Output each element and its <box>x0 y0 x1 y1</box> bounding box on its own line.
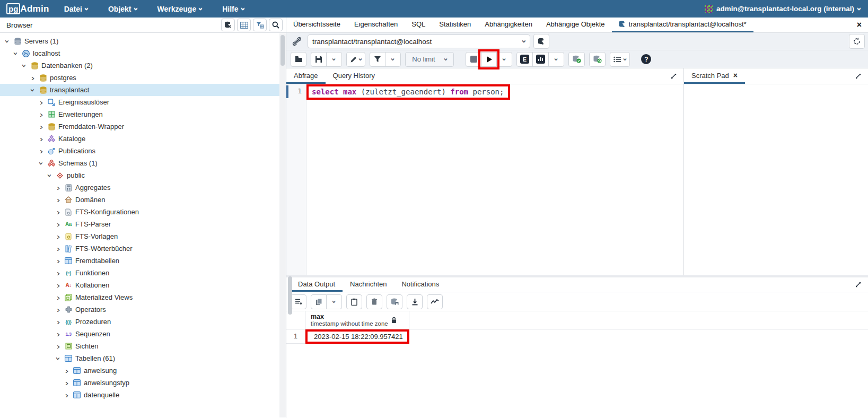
tree-item-kollationen[interactable]: ›A↓Kollationen <box>0 279 286 291</box>
tree-item-fremdtabellen[interactable]: ›Fremdtabellen <box>0 255 286 267</box>
chevron-right-icon[interactable]: › <box>37 136 46 142</box>
tree-item-localhost[interactable]: ›localhost <box>0 47 286 59</box>
menu-objekt[interactable]: Objekt› <box>108 5 137 13</box>
chevron-right-icon[interactable]: › <box>54 283 63 288</box>
macros-button[interactable]: › <box>610 52 630 67</box>
tree-item-fts-konfigurationen[interactable]: ›FTS-Konfigurationen <box>0 206 286 218</box>
tree-item-anweisungstyp[interactable]: ›anweisungstyp <box>0 377 286 389</box>
new-connection-button[interactable] <box>533 34 549 49</box>
chevron-right-icon[interactable]: › <box>54 344 63 349</box>
tab-bersichtsseite[interactable]: Übersichtsseite <box>286 18 347 32</box>
tree-item-schemas-1[interactable]: ›Schemas (1) <box>0 157 286 169</box>
tree-item-sichten[interactable]: ›Sichten <box>0 340 286 352</box>
help-button[interactable]: ? <box>637 52 655 67</box>
tree-item-ereignisausl-ser[interactable]: ›Ereignisauslöser <box>0 96 286 108</box>
column-header-max[interactable]: max timestamp without time zone <box>305 311 409 329</box>
save-button[interactable] <box>311 52 327 67</box>
chevron-right-icon[interactable]: › <box>63 380 72 386</box>
tab-data-output[interactable]: Data Output <box>291 277 343 292</box>
tree-item-aggregates[interactable]: ›Aggregates <box>0 181 286 194</box>
tree-item-anweisung[interactable]: ›anweisung <box>0 364 286 377</box>
add-row-button[interactable] <box>291 294 306 309</box>
delete-row-button[interactable] <box>366 294 382 309</box>
tab-messages[interactable]: Nachrichten <box>343 277 394 292</box>
chevron-right-icon[interactable]: › <box>54 307 63 312</box>
chevron-right-icon[interactable]: › <box>54 185 63 190</box>
tab-notifications[interactable]: Notifications <box>394 277 446 292</box>
chevron-down-icon[interactable]: › <box>30 85 36 94</box>
menu-werkzeuge[interactable]: Werkzeuge› <box>157 5 203 13</box>
save-dropdown[interactable]: › <box>326 52 342 67</box>
execute-dropdown[interactable]: › <box>496 52 512 67</box>
chevron-right-icon[interactable]: › <box>63 368 72 373</box>
chevron-right-icon[interactable]: › <box>54 197 63 203</box>
chevron-right-icon[interactable]: › <box>37 100 46 105</box>
result-cell-highlighted[interactable]: 2023-02-15 18:22:09.957421 <box>305 329 409 344</box>
sql-editor[interactable]: 1 select max (zuletzt_geaendert) from pe… <box>286 84 683 275</box>
tab-eigenschaften[interactable]: Eigenschaften <box>347 18 405 32</box>
open-file-button[interactable] <box>291 52 306 67</box>
filter-grid-button[interactable] <box>253 19 267 31</box>
tree-item-fremddaten-wrapper[interactable]: ›Fremddaten-Wrapper <box>0 120 286 133</box>
copy-button[interactable] <box>311 294 327 309</box>
chevron-right-icon[interactable]: › <box>63 393 72 398</box>
explain-dropdown[interactable]: › <box>548 52 564 67</box>
tree-item-prozeduren[interactable]: ›{()}Prozeduren <box>0 316 286 328</box>
tree-item-servers-1[interactable]: ›Servers (1) <box>0 35 286 47</box>
tree-item-dom-nen[interactable]: ›Domänen <box>0 194 286 206</box>
filter-dropdown[interactable]: › <box>385 52 401 67</box>
tree-item-fts-vorlagen[interactable]: ›FTS-Vorlagen <box>0 230 286 242</box>
tab-transplantact-transplantact-localhost[interactable]: transplantact/transplantact@localhost* <box>612 18 753 32</box>
panel-scrollbar-thumb[interactable] <box>288 276 292 315</box>
copy-dropdown[interactable]: › <box>326 294 342 309</box>
tree-item-datenbanken-2[interactable]: ›Datenbanken (2) <box>0 59 286 72</box>
sql-query-highlighted[interactable]: select max (zuletzt_geaendert) from pers… <box>306 84 510 100</box>
chevron-down-icon[interactable]: › <box>47 171 52 180</box>
expand-icon[interactable] <box>848 68 868 84</box>
close-icon[interactable]: × <box>733 71 738 80</box>
tree-item-publications[interactable]: ›Publications <box>0 145 286 157</box>
execute-button[interactable] <box>481 52 497 67</box>
chevron-down-icon[interactable]: › <box>13 49 19 58</box>
close-icon[interactable]: × <box>851 18 868 32</box>
tree-item-datenquelle[interactable]: ›datenquelle <box>0 389 286 401</box>
tab-query-history[interactable]: Query History <box>326 68 382 84</box>
chart-button[interactable] <box>427 294 443 309</box>
filter-button[interactable] <box>370 52 385 67</box>
edit-button[interactable]: › <box>346 52 365 67</box>
chevron-down-icon[interactable]: › <box>22 61 27 70</box>
history-refresh-button[interactable] <box>849 34 865 49</box>
chevron-right-icon[interactable]: › <box>54 295 63 300</box>
tree-scrollbar[interactable] <box>279 33 286 417</box>
quick-search-db-button[interactable] <box>221 19 235 31</box>
scratch-pad-textarea[interactable] <box>684 84 868 275</box>
chevron-right-icon[interactable]: › <box>37 124 46 129</box>
save-data-button[interactable] <box>387 294 402 309</box>
menu-hilfe[interactable]: Hilfe› <box>222 5 244 13</box>
stop-button[interactable] <box>466 52 481 67</box>
chevron-right-icon[interactable]: › <box>54 234 63 239</box>
tree-item-transplantact[interactable]: ›transplantact <box>0 84 286 96</box>
chevron-right-icon[interactable]: › <box>54 258 63 264</box>
chevron-right-icon[interactable]: › <box>37 149 46 154</box>
chevron-right-icon[interactable]: › <box>54 210 63 215</box>
rollback-button[interactable] <box>589 52 606 67</box>
tree-item-tabellen-61[interactable]: ›Tabellen (61) <box>0 352 286 364</box>
tab-abh-ngige-objekte[interactable]: Abhängige Objekte <box>539 18 612 32</box>
tree-item-postgres[interactable]: ›postgres <box>0 72 286 84</box>
tree-item-sequenzen[interactable]: ›1.3Sequenzen <box>0 328 286 340</box>
tree-item-operators[interactable]: ›Operators <box>0 303 286 316</box>
tab-scratch-pad[interactable]: Scratch Pad × <box>684 68 745 84</box>
chevron-right-icon[interactable]: › <box>54 271 63 276</box>
expand-icon[interactable] <box>848 277 868 292</box>
tab-statistiken[interactable]: Statistiken <box>432 18 478 32</box>
chevron-right-icon[interactable]: › <box>37 112 46 117</box>
chevron-down-icon[interactable]: › <box>56 354 61 363</box>
connection-status-icon[interactable] <box>290 34 304 48</box>
chevron-right-icon[interactable]: › <box>54 319 63 325</box>
chevron-right-icon[interactable]: › <box>29 75 38 81</box>
tree-item-fts-parser[interactable]: ›AaFTS-Parser <box>0 218 286 230</box>
download-csv-button[interactable] <box>407 294 423 309</box>
chevron-right-icon[interactable]: › <box>54 246 63 251</box>
tree-item-funktionen[interactable]: ›(≡)Funktionen <box>0 267 286 279</box>
